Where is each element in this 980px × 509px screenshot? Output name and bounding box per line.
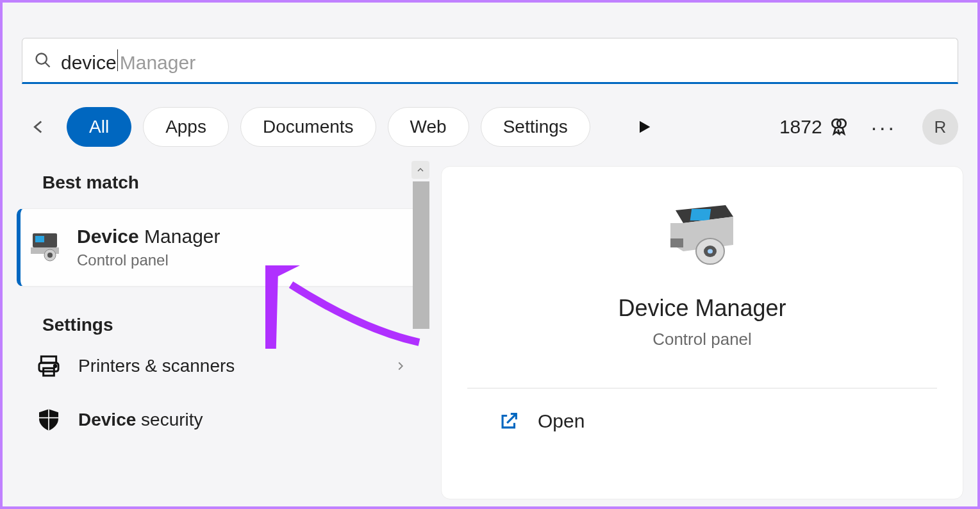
settings-heading: Settings bbox=[17, 308, 427, 339]
shield-icon bbox=[36, 407, 62, 433]
rewards-points[interactable]: 1872 bbox=[779, 116, 849, 138]
preview-panel: Device Manager Control panel Open bbox=[441, 166, 963, 499]
svg-point-8 bbox=[47, 253, 53, 258]
search-suggestion-text: Manager bbox=[120, 52, 195, 74]
filter-web-label: Web bbox=[410, 117, 447, 137]
preview-title: Device Manager bbox=[618, 295, 786, 322]
settings-item-printers[interactable]: Printers & scanners bbox=[17, 339, 427, 393]
divider bbox=[467, 388, 937, 388]
svg-point-17 bbox=[708, 249, 713, 254]
svg-point-0 bbox=[37, 54, 47, 64]
more-menu[interactable]: ··· bbox=[861, 115, 907, 140]
result-subtitle: Control panel bbox=[77, 251, 220, 269]
svg-line-1 bbox=[46, 63, 50, 67]
settings-item-device-security[interactable]: Device security bbox=[17, 393, 427, 447]
best-match-heading: Best match bbox=[17, 166, 427, 197]
result-title: Device Manager bbox=[77, 226, 220, 247]
device-manager-icon bbox=[29, 231, 63, 264]
printer-icon bbox=[36, 353, 62, 379]
settings-item-label: Device security bbox=[78, 410, 203, 430]
filter-documents[interactable]: Documents bbox=[240, 107, 376, 147]
device-manager-large-icon bbox=[664, 205, 741, 276]
filter-web[interactable]: Web bbox=[388, 107, 469, 147]
chevron-right-icon bbox=[394, 359, 408, 373]
points-value: 1872 bbox=[779, 116, 822, 138]
svg-rect-14 bbox=[670, 238, 683, 247]
filter-all[interactable]: All bbox=[67, 107, 131, 147]
preview-subtitle: Control panel bbox=[652, 330, 752, 349]
search-bar[interactable]: device Manager bbox=[22, 38, 958, 84]
scrollbar-thumb[interactable] bbox=[413, 181, 429, 329]
avatar-initial: R bbox=[934, 117, 947, 137]
settings-item-label: Printers & scanners bbox=[78, 356, 235, 376]
open-label: Open bbox=[538, 410, 585, 432]
search-icon bbox=[34, 51, 52, 69]
text-cursor bbox=[117, 49, 118, 71]
filter-all-label: All bbox=[89, 117, 109, 137]
back-button[interactable] bbox=[22, 110, 55, 144]
filter-documents-label: Documents bbox=[263, 117, 354, 137]
open-action[interactable]: Open bbox=[467, 410, 585, 432]
results-panel: Best match Device Manager Control panel … bbox=[17, 166, 427, 499]
scroll-up-button[interactable] bbox=[411, 161, 429, 179]
medal-icon bbox=[829, 117, 849, 137]
best-match-result[interactable]: Device Manager Control panel bbox=[17, 208, 427, 287]
svg-rect-13 bbox=[690, 209, 711, 221]
filter-settings-label: Settings bbox=[503, 117, 568, 137]
search-typed-text: device bbox=[61, 52, 117, 74]
svg-point-12 bbox=[54, 365, 56, 367]
filter-toolbar: All Apps Documents Web Settings 1872 ···… bbox=[22, 107, 958, 147]
play-icon[interactable] bbox=[633, 115, 656, 138]
search-input[interactable]: device Manager bbox=[61, 47, 195, 74]
scrollbar[interactable] bbox=[413, 181, 429, 476]
filter-settings[interactable]: Settings bbox=[481, 107, 590, 147]
svg-rect-5 bbox=[35, 236, 44, 242]
filter-apps-label: Apps bbox=[165, 117, 206, 137]
filter-apps[interactable]: Apps bbox=[143, 107, 229, 147]
user-avatar[interactable]: R bbox=[922, 109, 958, 145]
open-external-icon bbox=[498, 410, 520, 432]
